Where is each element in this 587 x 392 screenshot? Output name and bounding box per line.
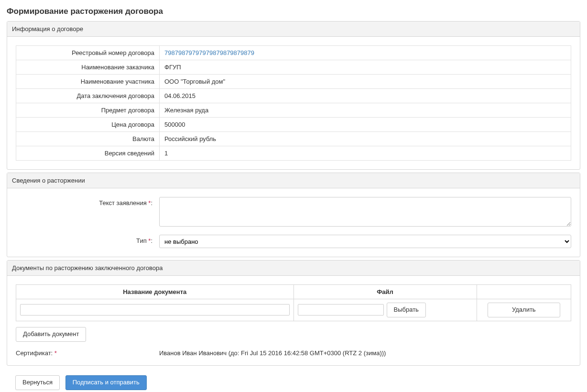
contract-info-header: Информация о договоре	[7, 22, 580, 37]
registry-number-link[interactable]: 798798797979798798798798​79	[164, 49, 254, 56]
value-customer: ФГУП	[160, 60, 571, 75]
label-currency: Валюта	[16, 132, 160, 146]
footer-buttons: Вернуться Подписать и отправить	[7, 373, 580, 392]
type-select[interactable]: не выбрано	[159, 235, 571, 248]
row-conclusion-date: Дата заключения договора 04.06.2015	[16, 89, 571, 103]
value-currency: Российский рубль	[160, 132, 571, 146]
documents-header: Документы по расторжению заключенного до…	[7, 261, 580, 276]
col-doc-name: Название документа	[16, 285, 294, 299]
label-version: Версия сведений	[16, 146, 160, 161]
contract-info-table: Реестровый номер договора 79879879797979…	[16, 45, 571, 161]
row-version: Версия сведений 1	[16, 146, 571, 161]
col-doc-file: Файл	[294, 285, 477, 299]
row-price: Цена договора 500000	[16, 118, 571, 132]
sign-submit-button[interactable]: Подписать и отправить	[65, 375, 147, 390]
label-participant: Наименование участника	[16, 75, 160, 89]
row-registry-number: Реестровый номер договора 79879879797979…	[16, 46, 571, 60]
row-currency: Валюта Российский рубль	[16, 132, 571, 146]
document-row: Выбрать Удалить	[16, 299, 571, 321]
label-subject: Предмет договора	[16, 103, 160, 118]
label-date: Дата заключения договора	[16, 89, 160, 103]
documents-panel: Документы по расторжению заключенного до…	[7, 260, 580, 366]
type-label: Тип *:	[16, 235, 159, 244]
back-button[interactable]: Вернуться	[15, 375, 60, 390]
page-title: Формирование расторжения договора	[7, 7, 580, 16]
col-doc-actions	[477, 285, 571, 299]
statement-label: Текст заявления *:	[16, 197, 159, 207]
choose-file-button[interactable]: Выбрать	[387, 303, 426, 317]
certificate-label: Сертификат: *	[16, 349, 159, 357]
row-participant-name: Наименование участника ООО "Торговый дом…	[16, 75, 571, 89]
add-document-button[interactable]: Добавить документ	[16, 327, 86, 342]
value-subject: Железная руда	[160, 103, 571, 118]
termination-panel: Сведения о расторжении Текст заявления *…	[7, 173, 580, 257]
statement-textarea[interactable]	[159, 197, 571, 227]
value-version: 1	[160, 146, 571, 161]
documents-table: Название документа Файл Выбрать Удалить	[16, 284, 571, 321]
doc-file-input[interactable]	[298, 304, 384, 316]
row-customer-name: Наименование заказчика ФГУП	[16, 60, 571, 75]
value-price: 500000	[160, 118, 571, 132]
label-registry-number: Реестровый номер договора	[16, 46, 160, 60]
label-price: Цена договора	[16, 118, 160, 132]
label-customer: Наименование заказчика	[16, 60, 160, 75]
contract-info-panel: Информация о договоре Реестровый номер д…	[7, 21, 580, 170]
termination-header: Сведения о расторжении	[7, 173, 580, 188]
value-date: 04.06.2015	[160, 89, 571, 103]
value-participant: ООО "Торговый дом"	[160, 75, 571, 89]
doc-name-input[interactable]	[20, 304, 290, 316]
delete-doc-button[interactable]: Удалить	[488, 303, 560, 317]
certificate-value: Иванов Иван Иванович (до: Fri Jul 15 201…	[159, 349, 571, 357]
row-subject: Предмет договора Железная руда	[16, 103, 571, 118]
